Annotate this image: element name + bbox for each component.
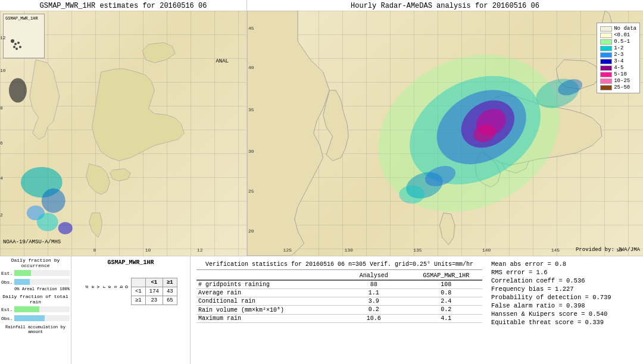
y-tick-45: 45 [248,26,254,31]
obs-label-2: Obs. [1,316,14,321]
legend-label-3-4: 3-4 [614,58,623,64]
chart-section-2: Daily fraction of total rain Est. Obs. [1,294,70,322]
precip-blob-4 [37,213,58,231]
left-map-area: GSMAP_MWR_1HR [0,11,246,256]
right-stat-0: Mean abs error = 0.8 [491,261,640,268]
bottom-row: Daily fraction by occurrence Est. Obs. 0… [0,256,643,364]
y-tick-8: 8 [0,105,3,111]
legend-item-lt001: <0.01 [600,32,636,38]
legend-item-5-10: 5-10 [600,71,636,77]
obs-bar-fill-2 [14,315,45,321]
obs-bar-2 [14,315,70,321]
obs-vertical-label: Observed [84,285,130,288]
cell-v11: 174 [145,287,163,296]
stats-row-val1-1: 1.1 [338,289,410,297]
left-panel: GSMAP_MWR_1HR estimates for 20160516 06 [0,0,247,256]
stats-row-0: # gridpoints raining 88 108 [196,281,482,289]
right-stat-4: Probability of detection = 0.739 [491,294,640,301]
legend-color-1-2 [600,46,612,51]
legend-label-2-3: 2-3 [614,52,623,58]
stats-row-1: Average rain 1.1 0.8 [196,289,482,297]
cell-v21: 23 [145,296,163,305]
stats-row-3: Rain volume (mm×km²×10⁸) 0.2 0.2 [196,306,482,315]
stats-row-val2-1: 0.8 [410,289,483,297]
svg-point-4 [13,46,15,48]
legend-item-4-5: 4-5 [600,65,636,71]
row-lt1-label: <1 [131,287,145,296]
right-map-svg [247,11,643,256]
y-tick-35: 35 [248,107,254,112]
est-bar-fill-1 [14,270,31,276]
legend-label-nodata: No data [614,26,636,32]
obs-bar-row-1: Obs. [1,278,70,286]
y-tick-20: 20 [248,228,254,234]
right-panel: Hourly Radar-AMeDAS analysis for 2016051… [247,0,643,256]
stats-row-val1-4: 10.6 [338,315,410,322]
obs-label-1: Obs. [1,280,14,285]
table-wrapper: Observed <1 ≥1 <1 174 43 ≥1 23 [84,269,177,305]
est-label-2: Est. [1,307,14,312]
x-tick-135: 135 [413,247,422,253]
svg-point-6 [19,46,21,48]
chart-section-1: Daily fraction by occurrence Est. Obs. 0… [1,258,70,291]
stats-row-label-2: Conditional rain [196,297,338,305]
legend-item-3-4: 3-4 [600,58,636,64]
right-stats-container: Mean abs error = 0.8RMS error = 1.6Corre… [491,261,640,326]
stats-col-label [196,272,338,280]
right-stat-2: Correlation coeff = 0.536 [491,277,640,284]
legend-box: No data <0.01 0.5-1 1-2 [597,23,640,93]
legend-label-4-5: 4-5 [614,65,623,71]
stats-col-analysed: Analysed [338,272,410,280]
legend-color-10-25 [600,79,612,84]
x-tick-10: 10 [145,247,151,253]
est-label-1: Est. [1,271,14,276]
right-stat-5: False alarm ratio = 0.398 [491,302,640,309]
satellite-label: NOAA-19/AMSU-A/MHS [3,239,61,245]
y-tick-10: 10 [0,68,6,73]
legend-label-lt001: <0.01 [614,32,630,38]
legend-label-05-1: 0.5-1 [614,39,630,45]
legend-item-10-25: 10-25 [600,78,636,84]
stats-row-label-4: Maximum rain [196,315,338,322]
x-tick-12: 12 [197,247,203,253]
svg-point-3 [17,42,20,44]
y-tick-2: 2 [0,212,3,218]
legend-label-10-25: 10-25 [614,78,630,84]
legend-label-5-10: 5-10 [614,71,627,77]
right-stat-1: RMS error = 1.6 [491,269,640,276]
right-map-title: Hourly Radar-AMeDAS analysis for 2016051… [247,0,643,11]
contingency-data-table: <1 ≥1 <1 174 43 ≥1 23 65 [131,278,177,305]
right-stat-6: Hanssen & Kuipers score = 0.540 [491,310,640,318]
verification-stats: Verification statistics for 20160516 06 … [191,256,488,364]
right-map-y-axis: 45 40 35 30 25 20 [247,14,260,247]
x-tick-125: 125 [283,247,292,253]
areal-fraction-label: Areal fraction [22,287,57,291]
est-bar-fill-2 [14,306,39,312]
legend-color-nodata [600,26,612,32]
y-tick-30: 30 [248,149,254,154]
stats-row-2: Conditional rain 3.9 2.4 [196,297,482,306]
x-tick-140: 140 [482,247,491,253]
x-tick-8: 8 [93,247,96,253]
right-stat-3: Frequency bias = 1.227 [491,285,640,293]
svg-point-5 [15,48,18,50]
stats-col-gsmap: GSMAP_MWR_1HR [410,272,483,280]
y-tick-6: 6 [0,140,3,146]
stats-row-label-0: # gridpoints raining [196,281,338,288]
pct-100-label: 100% [60,287,70,291]
rainfall-label: Rainfall accumulation by amount [1,325,70,334]
cell-v12: 43 [163,287,177,296]
legend-color-5-10 [600,72,612,77]
stats-row-val1-2: 3.9 [338,297,410,305]
bottom-left-charts: Daily fraction by occurrence Est. Obs. 0… [0,256,71,364]
legend-item-1-2: 1-2 [600,45,636,51]
legend-color-2-3 [600,52,612,58]
stats-row-val1-3: 0.2 [338,306,410,314]
stats-row-val1-0: 88 [338,281,410,288]
left-map-x-axis: 8 10 12 [11,247,246,256]
est-bar-row-2: Est. [1,305,70,313]
legend-label-25-50: 25-50 [614,84,630,90]
stats-row-val2-4: 4.1 [410,315,483,322]
x-tick-130: 130 [344,247,352,253]
y-tick-25: 25 [248,189,254,194]
